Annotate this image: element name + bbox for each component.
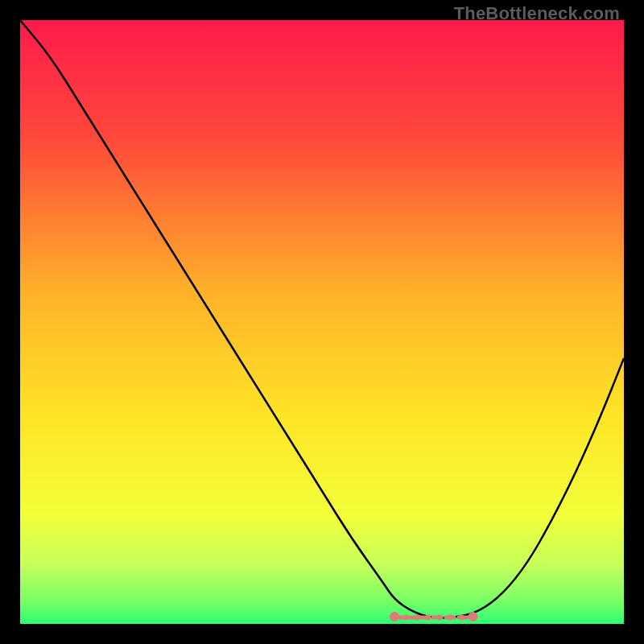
- gradient-background: [20, 20, 624, 624]
- svg-point-6: [436, 615, 442, 621]
- svg-point-8: [459, 615, 464, 621]
- chart-area: [20, 20, 624, 624]
- svg-point-3: [402, 615, 408, 621]
- svg-point-5: [425, 615, 431, 621]
- watermark-text: TheBottleneck.com: [454, 3, 620, 24]
- bottleneck-chart: [20, 20, 624, 624]
- svg-point-4: [414, 615, 419, 621]
- svg-point-7: [448, 615, 453, 621]
- svg-point-1: [390, 612, 399, 621]
- svg-point-2: [469, 612, 478, 621]
